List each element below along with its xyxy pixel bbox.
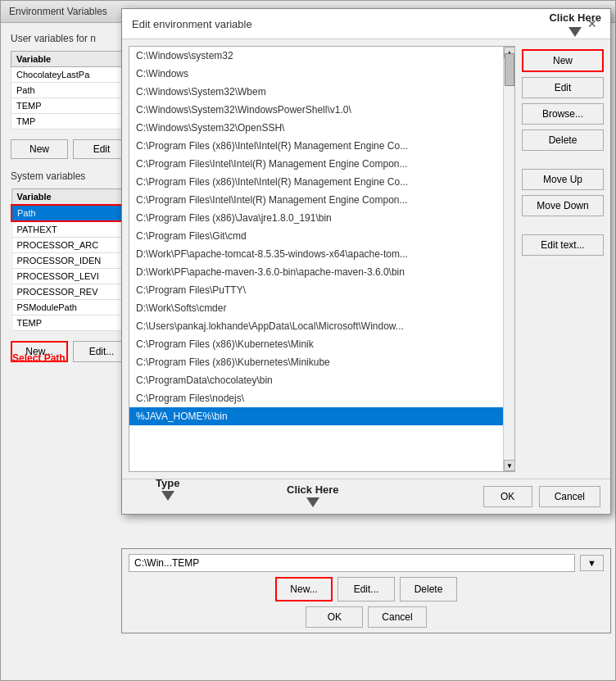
list-item[interactable]: C:\Program Files\Intel\Intel(R) Manageme… bbox=[129, 191, 503, 209]
cancel-button[interactable]: Cancel bbox=[539, 486, 600, 507]
list-item[interactable]: C:\Program Files (x86)\Intel\Intel(R) Ma… bbox=[129, 173, 503, 191]
list-item[interactable]: C:\Program Files (x86)\Intel\Intel(R) Ma… bbox=[129, 137, 503, 155]
new-button[interactable]: New bbox=[522, 49, 604, 72]
edit-env-dialog: Edit environment variable ✕ C:\Windows\s… bbox=[121, 8, 611, 515]
list-item[interactable]: C:\Program Files\nodejs\ bbox=[129, 389, 503, 407]
bottom-delete-button[interactable]: Delete bbox=[400, 577, 457, 602]
list-item[interactable]: D:\Work\PF\apache-maven-3.6.0-bin\apache… bbox=[129, 263, 503, 281]
bottom-edit-button[interactable]: Edit... bbox=[337, 577, 395, 602]
list-item[interactable]: D:\Work\Softs\cmder bbox=[129, 299, 503, 317]
dialog-close-button[interactable]: ✕ bbox=[584, 16, 600, 32]
ok-button[interactable]: OK bbox=[483, 486, 532, 507]
dialog-body: C:\Windows\system32 C:\Windows C:\Window… bbox=[122, 39, 610, 479]
list-item[interactable]: C:\Program Files (x86)\Kubernetes\Miniku… bbox=[129, 353, 503, 371]
right-button-panel: New Edit Browse... Delete Move Up Move D… bbox=[522, 46, 604, 472]
list-item[interactable]: C:\Program Files (x86)\Java\jre1.8.0_191… bbox=[129, 209, 503, 227]
user-new-button[interactable]: New bbox=[11, 139, 68, 159]
bottom-cancel-button[interactable]: Cancel bbox=[368, 606, 426, 628]
list-scrollbar[interactable]: ▲ ▼ bbox=[503, 47, 514, 471]
list-item[interactable]: C:\Users\pankaj.lokhande\AppData\Local\M… bbox=[129, 317, 503, 335]
list-item[interactable]: C:\ProgramData\chocolatey\bin bbox=[129, 371, 503, 389]
list-item[interactable]: C:\Program Files\PuTTY\ bbox=[129, 281, 503, 299]
path-list[interactable]: C:\Windows\system32 C:\Windows C:\Window… bbox=[129, 47, 514, 471]
list-item-java-home[interactable]: %JAVA_HOME%\bin bbox=[129, 407, 503, 425]
edit-button[interactable]: Edit bbox=[522, 77, 604, 98]
edit-text-button[interactable]: Edit text... bbox=[522, 234, 604, 256]
list-item[interactable]: C:\Windows\system32 bbox=[129, 47, 503, 65]
bottom-new-button[interactable]: New... bbox=[275, 577, 333, 602]
list-item[interactable]: C:\Program Files\Git\cmd bbox=[129, 227, 503, 245]
move-down-button[interactable]: Move Down bbox=[522, 195, 604, 216]
bottom-bg-section: ▼ New... Edit... Delete OK Cancel bbox=[121, 548, 611, 633]
list-item[interactable]: C:\Windows\System32\WindowsPowerShell\v1… bbox=[129, 101, 503, 119]
browse-button[interactable]: Browse... bbox=[522, 103, 604, 125]
list-item[interactable]: C:\Windows bbox=[129, 65, 503, 83]
list-item[interactable]: C:\Program Files (x86)\Kubernetes\Minik bbox=[129, 335, 503, 353]
bottom-ok-button[interactable]: OK bbox=[306, 606, 363, 628]
scroll-down-arrow[interactable]: ▼ bbox=[504, 460, 515, 471]
list-item[interactable]: C:\Windows\System32\Wbem bbox=[129, 83, 503, 101]
move-up-button[interactable]: Move Up bbox=[522, 169, 604, 190]
bottom-browse-button[interactable]: ▼ bbox=[580, 555, 604, 571]
list-item[interactable]: D:\Work\PF\apache-tomcat-8.5.35-windows-… bbox=[129, 245, 503, 263]
dialog-title-bar: Edit environment variable ✕ bbox=[122, 9, 610, 39]
bottom-input-field[interactable] bbox=[129, 554, 575, 572]
list-item[interactable]: C:\Windows\System32\OpenSSH\ bbox=[129, 119, 503, 137]
bg-title-text: Environment Variables bbox=[9, 6, 107, 17]
list-item[interactable]: C:\Program Files\Intel\Intel(R) Manageme… bbox=[129, 155, 503, 173]
delete-button[interactable]: Delete bbox=[522, 129, 604, 151]
dialog-footer: OK Cancel bbox=[122, 479, 610, 514]
system-new-button[interactable]: New... bbox=[11, 341, 68, 362]
dialog-title: Edit environment variable bbox=[132, 18, 252, 30]
scroll-thumb[interactable] bbox=[505, 53, 514, 86]
